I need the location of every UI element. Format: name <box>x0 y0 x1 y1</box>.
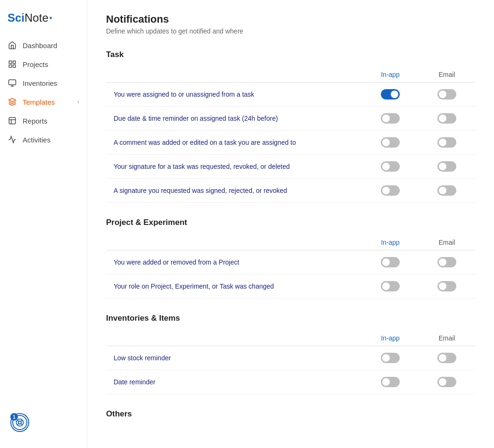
activities-icon <box>8 135 17 144</box>
row-label: A comment was added or edited on a task … <box>106 131 362 155</box>
logo: SciNote· <box>0 8 87 36</box>
svg-rect-0 <box>9 61 11 63</box>
sidebar-item-label: Reports <box>23 117 48 125</box>
sidebar: SciNote· Dashboard Projects Inventories … <box>0 0 87 448</box>
section-others: Others <box>106 409 475 419</box>
col-inapp-header-task: In-app <box>362 67 419 83</box>
inapp-toggle-date-reminder[interactable] <box>362 370 419 394</box>
row-label: You were assigned to or unassigned from … <box>106 83 362 107</box>
row-label: Low stock reminder <box>106 346 362 370</box>
sidebar-item-label: Projects <box>23 60 48 68</box>
logo-note: Note <box>25 11 49 25</box>
task-table: In-app Email You were assigned to or una… <box>106 67 475 203</box>
logo-dot: · <box>49 11 53 25</box>
svg-rect-7 <box>9 117 16 124</box>
section-task-title: Task <box>106 50 475 59</box>
sidebar-item-label: Activities <box>23 136 50 144</box>
col-inapp-header-inventories: In-app <box>362 331 419 346</box>
sidebar-item-inventories[interactable]: Inventories <box>0 74 87 92</box>
inapp-toggle-low-stock[interactable] <box>362 346 419 370</box>
email-toggle-added-project[interactable] <box>419 250 475 274</box>
projects-icon <box>8 59 17 69</box>
table-row: A signature you requested was signed, re… <box>106 179 475 203</box>
main-content: Notifications Define which updates to ge… <box>87 0 494 448</box>
page-subtitle: Define which updates to get notified and… <box>106 27 475 35</box>
col-label-header <box>106 235 362 250</box>
row-label: A signature you requested was signed, re… <box>106 179 362 203</box>
col-email-header-project: Email <box>419 235 475 250</box>
inapp-toggle-added-project[interactable] <box>362 250 419 274</box>
toggle-on-assigned-task[interactable] <box>381 89 400 100</box>
home-icon <box>8 41 17 50</box>
email-toggle-sig-requested[interactable] <box>419 155 475 179</box>
inapp-toggle-due-date[interactable] <box>362 107 419 131</box>
email-toggle-due-date[interactable] <box>419 107 475 131</box>
section-project-title: Project & Experiment <box>106 218 475 227</box>
table-row: You were assigned to or unassigned from … <box>106 83 475 107</box>
inapp-toggle-comment[interactable] <box>362 131 419 155</box>
table-row: Your role on Project, Experiment, or Tas… <box>106 274 475 299</box>
section-inventories-title: Inventories & Items <box>106 314 475 323</box>
inapp-toggle-role-changed[interactable] <box>362 274 419 299</box>
section-project-experiment: Project & Experiment In-app Email You we… <box>106 218 475 299</box>
col-label-header <box>106 331 362 346</box>
section-inventories-items: Inventories & Items In-app Email Low sto… <box>106 314 475 394</box>
email-toggle-low-stock[interactable] <box>419 346 475 370</box>
chevron-right-icon: › <box>77 99 79 105</box>
sidebar-item-label: Inventories <box>23 79 57 87</box>
col-label-header <box>106 67 362 83</box>
sidebar-item-activities[interactable]: Activities <box>0 130 87 149</box>
svg-line-13 <box>17 423 19 425</box>
svg-line-10 <box>17 420 19 422</box>
toggle-off-email-assigned-task[interactable] <box>437 89 456 100</box>
svg-rect-2 <box>9 65 11 67</box>
svg-rect-4 <box>9 80 16 85</box>
reports-icon <box>8 116 17 125</box>
row-label: You were added or removed from a Project <box>106 250 362 274</box>
inventories-table: In-app Email Low stock reminder Date rem… <box>106 331 475 394</box>
email-toggle-date-reminder[interactable] <box>419 370 475 394</box>
email-toggle-comment[interactable] <box>419 131 475 155</box>
inapp-toggle-sig-signed[interactable] <box>362 179 419 203</box>
project-table: In-app Email You were added or removed f… <box>106 235 475 299</box>
inventories-icon <box>8 78 17 88</box>
svg-line-11 <box>21 423 22 425</box>
templates-icon <box>8 97 17 107</box>
logo-sci: Sci <box>8 11 25 25</box>
col-email-header-inventories: Email <box>419 331 475 346</box>
email-toggle-role-changed[interactable] <box>419 274 475 299</box>
table-row: A comment was added or edited on a task … <box>106 131 475 155</box>
svg-point-9 <box>18 421 21 424</box>
row-label: Your signature for a task was requested,… <box>106 155 362 179</box>
table-row: Date reminder <box>106 370 475 394</box>
inapp-toggle-sig-requested[interactable] <box>362 155 419 179</box>
svg-rect-1 <box>13 61 16 63</box>
table-row: Your signature for a task was requested,… <box>106 155 475 179</box>
sidebar-item-projects[interactable]: Projects <box>0 55 87 74</box>
sidebar-item-dashboard[interactable]: Dashboard <box>0 36 87 55</box>
row-label: Your role on Project, Experiment, or Tas… <box>106 274 362 299</box>
table-row: Due date & time reminder on assigned tas… <box>106 107 475 131</box>
sidebar-item-label: Dashboard <box>23 41 57 50</box>
col-inapp-header-project: In-app <box>362 235 419 250</box>
section-task: Task In-app Email You were assigned to o… <box>106 50 475 203</box>
support-badge: 1 <box>10 413 18 421</box>
support-button[interactable]: 1 <box>11 414 28 431</box>
sidebar-item-templates[interactable]: Templates › <box>0 92 87 111</box>
table-row: Low stock reminder <box>106 346 475 370</box>
sidebar-item-label: Templates <box>23 98 55 106</box>
table-row: You were added or removed from a Project <box>106 250 475 274</box>
svg-line-12 <box>21 420 22 422</box>
section-others-title: Others <box>106 409 475 419</box>
email-toggle-sig-signed[interactable] <box>419 179 475 203</box>
svg-rect-3 <box>13 65 16 67</box>
col-email-header-task: Email <box>419 67 475 83</box>
support-area: 1 <box>0 414 87 439</box>
row-label: Date reminder <box>106 370 362 394</box>
row-label: Due date & time reminder on assigned tas… <box>106 107 362 131</box>
inapp-toggle-assigned-task[interactable] <box>362 83 419 107</box>
email-toggle-assigned-task[interactable] <box>419 83 475 107</box>
page-title: Notifications <box>106 13 475 25</box>
sidebar-item-reports[interactable]: Reports <box>0 111 87 130</box>
